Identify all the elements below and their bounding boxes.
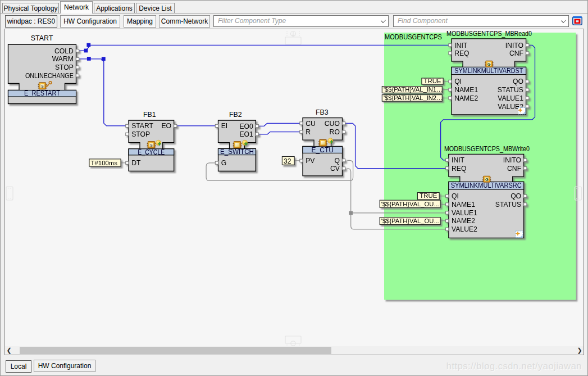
svg-text:RO: RO: [330, 128, 340, 136]
svg-text:SYMLINKMULTIVARDST: SYMLINKMULTIVARDST: [454, 67, 523, 75]
svg-text:CUO: CUO: [325, 120, 340, 128]
svg-text:'$${PATH}VAL_IN2…: '$${PATH}VAL_IN2…: [384, 94, 443, 101]
svg-text:ONLINECHANGE: ONLINECHANGE: [25, 72, 74, 80]
svg-text:EO0: EO0: [239, 123, 253, 130]
svg-text:QI: QI: [454, 78, 462, 85]
svg-text:NAME2: NAME2: [452, 217, 475, 225]
svg-text:MODBUSGENTCPS_MBRead0: MODBUSGENTCPS_MBRead0: [446, 30, 532, 38]
svg-text:G: G: [485, 177, 489, 182]
svg-text:START: START: [31, 34, 53, 42]
svg-text:R: R: [306, 128, 311, 136]
svg-text:'$${PATH}VAL_OU…: '$${PATH}VAL_OU…: [381, 201, 440, 207]
svg-text:REQ: REQ: [454, 49, 469, 57]
svg-text:NAME1: NAME1: [452, 201, 475, 209]
svg-text:CNF: CNF: [507, 165, 521, 173]
svg-text:SYMLINKMULTIVARSRC: SYMLINKMULTIVARSRC: [451, 182, 522, 189]
svg-text:s: s: [150, 142, 153, 148]
svg-text:STOP: STOP: [131, 130, 150, 138]
svg-text:'$${PATH}VAL_OU…: '$${PATH}VAL_OU…: [381, 218, 440, 224]
svg-text:VALUE1: VALUE1: [498, 94, 523, 102]
svg-text:MODBUSGENTCPS: MODBUSGENTCPS: [385, 33, 442, 41]
svg-text:INIT: INIT: [454, 42, 468, 49]
svg-text:STOP: STOP: [55, 64, 74, 71]
svg-text:WARM: WARM: [52, 55, 74, 63]
svg-text:INITO: INITO: [503, 156, 521, 164]
svg-text:COLD: COLD: [54, 47, 74, 55]
svg-text:CV: CV: [330, 165, 340, 173]
svg-text:STATUS: STATUS: [495, 201, 521, 209]
svg-text:E_SWITCH: E_SWITCH: [220, 148, 254, 156]
svg-text:TRUE: TRUE: [420, 192, 437, 199]
svg-text:FB3: FB3: [316, 108, 329, 116]
svg-text:E_RESTART: E_RESTART: [24, 89, 61, 97]
svg-text:E_CYCLE: E_CYCLE: [138, 148, 165, 156]
svg-text:VALUE1: VALUE1: [452, 209, 477, 217]
svg-text:REQ: REQ: [452, 165, 466, 173]
svg-text:'$${PATH}VAL_IN1…: '$${PATH}VAL_IN1…: [384, 86, 443, 93]
svg-text:E_CTU: E_CTU: [311, 146, 334, 154]
svg-text:FB1: FB1: [143, 111, 156, 119]
svg-text:QI: QI: [452, 192, 459, 200]
svg-text:CU: CU: [306, 120, 316, 128]
svg-text:32: 32: [284, 157, 291, 165]
svg-text:EI: EI: [221, 122, 228, 130]
svg-text:QO: QO: [513, 78, 523, 85]
svg-text:CNF: CNF: [509, 49, 523, 57]
svg-text:PV: PV: [306, 157, 315, 165]
svg-text:Q: Q: [334, 157, 339, 165]
svg-text:DT: DT: [131, 159, 141, 167]
svg-text:START: START: [131, 122, 153, 130]
svg-text:VALUE2: VALUE2: [452, 225, 477, 233]
svg-text:NAME2: NAME2: [454, 94, 478, 102]
svg-text:NAME1: NAME1: [454, 86, 478, 94]
svg-text:EO1: EO1: [239, 130, 253, 138]
svg-text:FB2: FB2: [229, 111, 242, 119]
svg-text:INITO: INITO: [505, 42, 523, 49]
svg-text:TRUE: TRUE: [424, 78, 441, 84]
svg-text:G: G: [221, 159, 226, 167]
svg-text:QO: QO: [510, 192, 521, 200]
svg-text:s: s: [41, 83, 44, 89]
svg-text:MODBUSGENTCPS_MBWrite0: MODBUSGENTCPS_MBWrite0: [444, 145, 530, 153]
svg-text:G: G: [487, 62, 491, 67]
svg-text:T#100ms: T#100ms: [91, 160, 118, 166]
svg-text:INIT: INIT: [452, 156, 465, 164]
svg-text:STATUS: STATUS: [498, 86, 523, 94]
svg-text:EO: EO: [161, 122, 171, 130]
